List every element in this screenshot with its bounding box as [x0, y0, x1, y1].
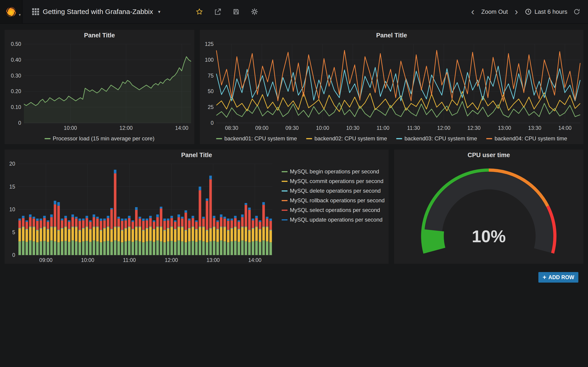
- time-range-picker-button[interactable]: Last 6 hours: [525, 8, 567, 15]
- save-icon: [233, 8, 240, 15]
- series-label: MySQL begin operations per second: [290, 168, 379, 175]
- add-row-button[interactable]: + ADD ROW: [538, 272, 578, 283]
- legend-item[interactable]: MySQL update operations per second: [282, 217, 389, 223]
- star-dashboard-button[interactable]: [190, 0, 208, 24]
- svg-text:13:00: 13:00: [498, 125, 511, 131]
- dashboard-actions: [190, 0, 264, 23]
- svg-text:13:30: 13:30: [528, 125, 541, 131]
- title-caret-icon: ▾: [158, 9, 160, 15]
- svg-text:0.40: 0.40: [11, 57, 21, 63]
- svg-text:09:00: 09:00: [255, 125, 268, 131]
- svg-text:14:00: 14:00: [175, 125, 188, 131]
- series-label: MySQL update operations per second: [290, 217, 382, 223]
- time-series-graph[interactable]: 10:0012:0014:0000.100.200.300.400.50: [5, 41, 194, 132]
- series-color-dash: [282, 210, 288, 211]
- legend-item[interactable]: MySQL select operations per second: [282, 207, 389, 213]
- row-collapse-handle[interactable]: [0, 150, 2, 164]
- panel-title[interactable]: Panel Title: [5, 150, 389, 161]
- svg-text:14:00: 14:00: [558, 125, 572, 131]
- gauge-value: 10%: [394, 227, 583, 246]
- svg-text:0: 0: [211, 120, 214, 126]
- svg-text:5: 5: [12, 229, 15, 235]
- svg-text:0.10: 0.10: [11, 104, 21, 110]
- svg-text:75: 75: [208, 73, 214, 79]
- series-color-dash: [282, 181, 288, 182]
- share-dashboard-button[interactable]: [208, 0, 227, 24]
- series-label: MySQL commit operations per second: [290, 178, 383, 184]
- grafana-menu-button[interactable]: ▾: [0, 0, 23, 23]
- star-icon: [196, 8, 203, 15]
- svg-text:12:30: 12:30: [467, 125, 481, 131]
- panel-cpu-system-time: Panel Title 08:3009:0009:3010:0010:3011:…: [200, 30, 583, 144]
- series-color-dash: [44, 138, 51, 139]
- legend-item[interactable]: MySQL begin operations per second: [282, 168, 389, 175]
- legend-item[interactable]: backend01: CPU system time: [216, 135, 297, 142]
- add-row-label: ADD ROW: [548, 274, 574, 281]
- legend-item[interactable]: MySQL commit operations per second: [282, 178, 389, 184]
- time-shift-right-button[interactable]: ›: [514, 7, 519, 17]
- row-collapse-handle[interactable]: [0, 30, 2, 44]
- time-series-graph[interactable]: 08:3009:0009:3010:0010:3011:0011:3012:00…: [200, 41, 583, 132]
- svg-text:20: 20: [9, 161, 15, 167]
- series-color-dash: [282, 200, 288, 201]
- refresh-button[interactable]: [573, 8, 580, 15]
- svg-text:0.20: 0.20: [11, 88, 21, 94]
- svg-text:11:00: 11:00: [123, 257, 136, 263]
- svg-text:12:00: 12:00: [165, 257, 178, 263]
- legend-item[interactable]: Processor load (15 min average per core): [44, 135, 155, 142]
- time-shift-left-button[interactable]: ‹: [470, 7, 475, 17]
- series-color-dash: [396, 138, 402, 139]
- panel-title[interactable]: Panel Title: [5, 30, 194, 41]
- series-color-dash: [306, 138, 312, 139]
- svg-text:0: 0: [18, 120, 21, 126]
- grafana-dashboard: ▾ Getting Started with Grafana-Zabbix ▾: [0, 0, 588, 367]
- svg-text:0.50: 0.50: [11, 41, 21, 47]
- panel-title[interactable]: Panel Title: [200, 30, 583, 41]
- svg-text:0.30: 0.30: [11, 73, 21, 79]
- svg-text:10: 10: [9, 206, 15, 212]
- svg-text:10:00: 10:00: [81, 257, 95, 263]
- refresh-icon: [573, 8, 580, 15]
- save-dashboard-button[interactable]: [227, 0, 245, 24]
- graph-legend: Processor load (15 min average per core): [5, 135, 194, 142]
- legend-item[interactable]: backend04: CPU system time: [486, 135, 567, 142]
- svg-text:12:00: 12:00: [437, 125, 450, 131]
- panel-cpu-user-time: CPU user time 10%: [394, 150, 583, 264]
- time-range-label: Last 6 hours: [535, 8, 567, 15]
- svg-text:0: 0: [12, 252, 15, 258]
- legend-item[interactable]: backend03: CPU system time: [396, 135, 477, 142]
- logo-caret-icon: ▾: [19, 13, 21, 17]
- series-label: backend03: CPU system time: [405, 135, 477, 142]
- panel-title[interactable]: CPU user time: [394, 150, 583, 161]
- svg-text:10:30: 10:30: [346, 125, 359, 131]
- gear-icon: [251, 8, 258, 15]
- svg-text:15: 15: [9, 184, 15, 190]
- time-controls: ‹ Zoom Out › Last 6 hours: [470, 0, 588, 23]
- series-label: MySQL delete operations per second: [290, 188, 380, 194]
- stacked-bar-graph[interactable]: 09:0010:0011:0012:0013:0014:0005101520: [5, 161, 276, 264]
- series-label: MySQL select operations per second: [290, 207, 380, 213]
- dashboard-title-button[interactable]: Getting Started with Grafana-Zabbix ▾: [23, 0, 160, 23]
- legend-item[interactable]: backend02: CPU system time: [306, 135, 387, 142]
- graph-legend: backend01: CPU system time backend02: CP…: [200, 135, 583, 142]
- series-color-dash: [282, 219, 288, 220]
- svg-text:10:00: 10:00: [64, 125, 77, 131]
- dashboard-grid-icon: [32, 8, 39, 15]
- series-label: MySQL rollback operations per second: [290, 197, 385, 204]
- dashboard-settings-button[interactable]: [245, 0, 264, 24]
- dashboard-title: Getting Started with Grafana-Zabbix: [43, 8, 153, 16]
- legend-item[interactable]: MySQL delete operations per second: [282, 188, 389, 194]
- svg-text:09:30: 09:30: [285, 125, 299, 131]
- grafana-logo-icon: [5, 6, 17, 18]
- gauge-graph[interactable]: [394, 161, 583, 264]
- svg-text:11:30: 11:30: [407, 125, 420, 131]
- plus-icon: +: [543, 274, 546, 281]
- series-color-dash: [216, 138, 222, 139]
- series-color-dash: [282, 190, 288, 192]
- legend-item[interactable]: MySQL rollback operations per second: [282, 197, 389, 204]
- zoom-out-button[interactable]: Zoom Out: [481, 8, 508, 15]
- share-icon: [214, 8, 221, 15]
- chevron-right-icon: ›: [515, 6, 518, 17]
- series-label: backend02: CPU system time: [314, 135, 387, 142]
- series-label: Processor load (15 min average per core): [53, 135, 155, 142]
